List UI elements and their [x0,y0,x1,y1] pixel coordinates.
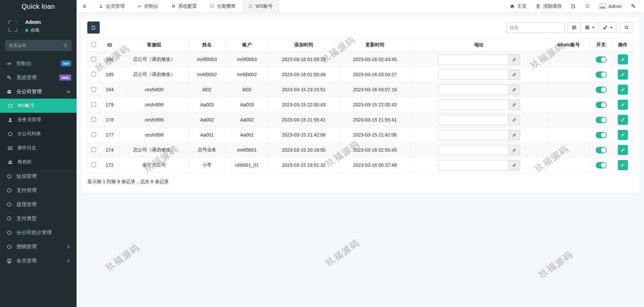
row-checkbox[interactable] [91,102,96,107]
address-link-button[interactable] [509,100,520,110]
switch-toggle[interactable] [596,147,607,153]
address-input[interactable] [438,54,509,65]
sidebar-item-role-group[interactable]: 角色组 [0,155,77,169]
cell-address [411,67,547,82]
row-checkbox[interactable] [91,57,96,61]
cell-action [612,52,634,67]
sidebar-item-member-manage[interactable]: 会员管理 [0,254,77,268]
edit-button[interactable] [618,130,628,140]
address-link-button[interactable] [509,160,520,170]
watermark-text: 玖福源码 [103,242,142,273]
address-input[interactable] [438,85,509,95]
edit-button[interactable] [618,160,628,170]
circle-icon [8,132,13,137]
switch-toggle[interactable] [596,162,607,168]
sidebar-item-payment-manage[interactable]: 支付管理 [0,183,77,197]
switch-toggle[interactable] [596,87,607,93]
sidebar-item-operation-log[interactable]: 操作日志 [0,141,77,155]
address-input[interactable] [438,130,509,140]
address-link-button[interactable] [509,145,520,155]
sidebar-item-marketing-manage[interactable]: 营销管理 [0,240,77,254]
edit-button[interactable] [618,145,628,155]
cell-group: ceshi999 [120,127,189,143]
cell-action [612,143,634,158]
search-icon[interactable] [63,43,68,48]
cell-switch [590,97,612,112]
row-checkbox[interactable] [91,147,96,152]
sidebar-item-branch-stats-manage[interactable]: 分公司统计管理 [0,225,77,240]
sidebar-item-branch-manage[interactable]: 分公司管理 [0,85,77,99]
row-checkbox[interactable] [91,72,96,76]
switch-toggle[interactable] [596,71,607,78]
tab-system-config[interactable]: 系统配置 [165,0,203,12]
export-button[interactable] [599,22,617,33]
sidebar-item-ws-account[interactable]: WS账号 [0,99,77,113]
cell-group: 总公司（请勿修改） [120,52,189,67]
pencil-icon [620,102,625,107]
edit-button[interactable] [618,69,628,80]
address-input[interactable] [438,115,509,125]
address-link-button[interactable] [509,130,520,140]
address-link-button[interactable] [509,54,520,65]
switch-toggle[interactable] [596,132,607,138]
cell-account: bl02 [226,82,269,97]
row-checkbox[interactable] [91,87,96,92]
select-all-checkbox[interactable] [91,42,96,47]
tab-console[interactable]: 控制台 [131,0,165,12]
hamburger-icon[interactable]: ≡ [77,3,92,9]
cell-address [411,97,547,112]
tab-ws-account[interactable]: WS账号 [242,0,279,12]
cell-action [612,127,634,143]
sidebar-item-label: 分公司统计管理 [16,229,52,236]
circle-icon [8,103,13,108]
sidebar-item-payment-type[interactable]: 支付类型 [0,211,77,225]
cell-name: Aa001 [189,127,226,143]
tab-label: 控制台 [144,3,158,9]
sidebar-item-salesman-manage[interactable]: 业务员管理 [0,113,77,127]
link-icon [512,163,516,167]
sidebar-item-withdraw-manage[interactable]: 提现管理 [0,197,77,211]
switch-toggle[interactable] [596,102,607,108]
column-header: 更新时间 [339,38,411,52]
pencil-icon [620,163,625,167]
sidebar-item-sms-manage[interactable]: 短信管理 [0,169,77,183]
address-input[interactable] [438,100,509,110]
cell-switch [590,82,612,97]
settings-button[interactable] [631,4,636,9]
address-link-button[interactable] [509,115,520,125]
clear-cache-button[interactable]: 清除缓存 [536,3,562,9]
row-checkbox[interactable] [91,117,96,122]
address-link-button[interactable] [509,85,520,95]
column-header: 开关 [590,38,612,52]
user-menu[interactable]: Admin [599,3,622,9]
sidebar-item-branch-list[interactable]: 分公司列表 [0,127,77,141]
row-checkbox[interactable] [91,132,96,137]
tab-installment-rate[interactable]: 分期费率 [203,0,242,12]
fullscreen-button[interactable] [585,4,590,9]
sidebar-item-console[interactable]: 控制台hot [0,56,77,70]
sidebar-item-system-manage[interactable]: 系统管理new [0,70,77,85]
row-checkbox-cell [88,127,100,143]
row-checkbox[interactable] [91,162,96,167]
columns-button[interactable] [581,22,599,33]
sidebar-search-input[interactable] [9,43,63,48]
address-input[interactable] [438,145,509,155]
table-search-input[interactable] [506,22,565,33]
edit-button[interactable] [618,85,628,95]
refresh-button[interactable] [87,21,100,34]
edit-button[interactable] [618,115,628,125]
doc-button[interactable] [571,4,576,9]
switch-toggle[interactable] [596,117,607,123]
address-input[interactable] [438,160,509,170]
tab-member-manage[interactable]: 会员管理 [92,0,131,12]
search-button[interactable] [620,22,633,33]
cell-switch [590,143,612,158]
switch-toggle[interactable] [596,56,607,63]
address-link-button[interactable] [509,69,520,80]
address-input[interactable] [438,69,509,80]
detail-view-button[interactable] [567,22,581,33]
edit-button[interactable] [618,54,628,64]
sidebar-menu: 控制台hot系统管理new分公司管理WS账号业务员管理分公司列表操作日志角色组短… [0,56,77,268]
home-button[interactable]: 主页 [510,3,526,9]
edit-button[interactable] [618,100,628,110]
